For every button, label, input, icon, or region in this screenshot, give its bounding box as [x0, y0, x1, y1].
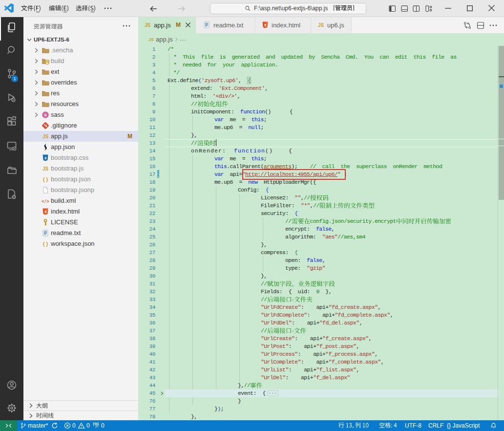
svg-text:{ }: { }	[43, 177, 48, 182]
svg-text:3: 3	[44, 156, 46, 160]
svg-text:JS: JS	[42, 134, 49, 139]
svg-text:JS: JS	[145, 22, 151, 28]
svg-text:</>: </>	[42, 199, 49, 204]
svg-text:S: S	[44, 113, 47, 117]
svg-text:{ }: { }	[43, 241, 48, 247]
svg-text:5: 5	[44, 210, 46, 214]
svg-text:JS: JS	[42, 166, 49, 172]
svg-text:5: 5	[264, 23, 266, 27]
svg-text:JS: JS	[318, 22, 324, 28]
svg-text:JS: JS	[148, 37, 154, 42]
